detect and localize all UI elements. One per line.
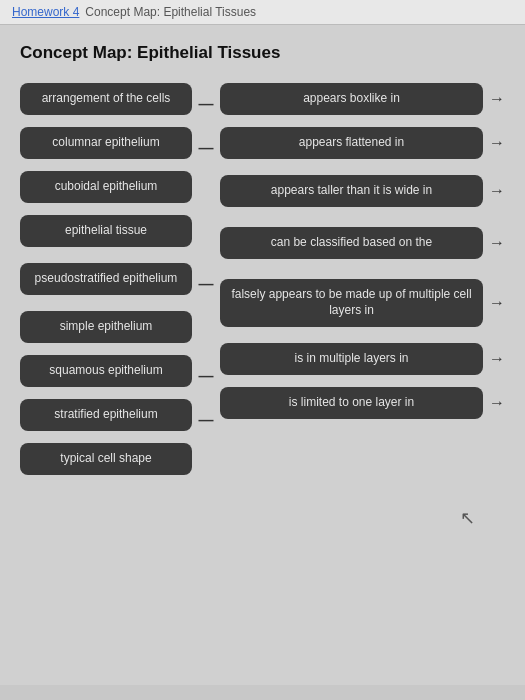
list-item: simple epithelium bbox=[20, 309, 192, 345]
right-item-2: appears flattened in → bbox=[220, 125, 505, 161]
cursor-area: ↖ bbox=[20, 489, 505, 529]
connector-1: — bbox=[192, 85, 220, 121]
rpill-6: is in multiple layers in bbox=[220, 343, 483, 375]
list-item: typical cell shape bbox=[20, 441, 192, 477]
concept-map: arrangement of the cells columnar epithe… bbox=[20, 81, 505, 489]
rpill-2: appears flattened in bbox=[220, 127, 483, 159]
breadcrumb-link[interactable]: Homework 4 bbox=[12, 5, 79, 19]
connector-5: — bbox=[192, 261, 220, 305]
connector-6 bbox=[192, 313, 220, 349]
list-item: cuboidal epithelium bbox=[20, 169, 192, 205]
right-item-5: falsely appears to be made up of multipl… bbox=[220, 273, 505, 333]
page-title: Concept Map: Epithelial Tissues bbox=[20, 43, 505, 63]
list-item: epithelial tissue bbox=[20, 213, 192, 249]
list-item: stratified epithelium bbox=[20, 397, 192, 433]
pill-arrangement: arrangement of the cells bbox=[20, 83, 192, 115]
left-pills-column: arrangement of the cells columnar epithe… bbox=[20, 81, 192, 489]
rpill-1: appears boxlike in bbox=[220, 83, 483, 115]
list-item: squamous epithelium bbox=[20, 353, 192, 389]
arrow-2: → bbox=[489, 134, 505, 152]
pill-simple: simple epithelium bbox=[20, 311, 192, 343]
right-item-4: can be classified based on the → bbox=[220, 221, 505, 265]
arrow-7: → bbox=[489, 394, 505, 412]
list-item: columnar epithelium bbox=[20, 125, 192, 161]
connector-2: — bbox=[192, 129, 220, 165]
list-item: pseudostratified epithelium bbox=[20, 257, 192, 301]
arrow-6: → bbox=[489, 350, 505, 368]
right-pills-column: appears boxlike in → appears flattened i… bbox=[220, 81, 505, 489]
rpill-4: can be classified based on the bbox=[220, 227, 483, 259]
connector-9 bbox=[192, 445, 220, 481]
right-item-7: is limited to one layer in → bbox=[220, 385, 505, 421]
pill-epithelial: epithelial tissue bbox=[20, 215, 192, 247]
rpill-5: falsely appears to be made up of multipl… bbox=[220, 279, 483, 326]
pill-squamous: squamous epithelium bbox=[20, 355, 192, 387]
right-item-1: appears boxlike in → bbox=[220, 81, 505, 117]
connector-column: — — — — — bbox=[192, 81, 220, 489]
list-item: arrangement of the cells bbox=[20, 81, 192, 117]
arrow-3: → bbox=[489, 182, 505, 200]
pill-typical: typical cell shape bbox=[20, 443, 192, 475]
breadcrumb: Homework 4 Concept Map: Epithelial Tissu… bbox=[0, 0, 525, 25]
connector-3 bbox=[192, 173, 220, 209]
rpill-3: appears taller than it is wide in bbox=[220, 175, 483, 207]
pill-columnar: columnar epithelium bbox=[20, 127, 192, 159]
arrow-4: → bbox=[489, 234, 505, 252]
pill-stratified: stratified epithelium bbox=[20, 399, 192, 431]
pill-cuboidal: cuboidal epithelium bbox=[20, 171, 192, 203]
pill-pseudostratified: pseudostratified epithelium bbox=[20, 263, 192, 295]
rpill-7: is limited to one layer in bbox=[220, 387, 483, 419]
breadcrumb-separator: Concept Map: Epithelial Tissues bbox=[85, 5, 256, 19]
cursor-icon: ↖ bbox=[460, 507, 475, 529]
right-item-3: appears taller than it is wide in → bbox=[220, 169, 505, 213]
right-item-6: is in multiple layers in → bbox=[220, 341, 505, 377]
connector-4 bbox=[192, 217, 220, 253]
connector-7: — bbox=[192, 357, 220, 393]
connector-8: — bbox=[192, 401, 220, 437]
arrow-5: → bbox=[489, 294, 505, 312]
main-content: Concept Map: Epithelial Tissues arrangem… bbox=[0, 25, 525, 685]
arrow-1: → bbox=[489, 90, 505, 108]
